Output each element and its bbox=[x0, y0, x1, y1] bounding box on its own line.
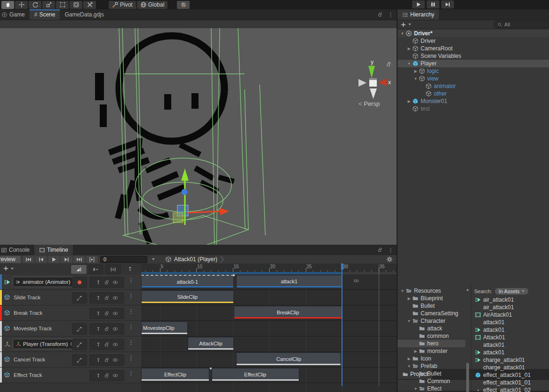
pivot-toggle[interactable]: Pivot bbox=[109, 1, 136, 9]
preview-toggle[interactable]: Preview bbox=[0, 256, 21, 263]
pin-toggle[interactable] bbox=[95, 311, 101, 316]
foldout-arrow[interactable]: ▼ bbox=[413, 77, 419, 81]
timeline-clip[interactable]: CancelClip bbox=[236, 352, 341, 366]
tab-gamedata[interactable]: GameData.gdjs bbox=[60, 9, 108, 20]
timeline-play-button[interactable] bbox=[48, 256, 60, 263]
kebab-menu-icon[interactable]: ⋮ bbox=[388, 11, 394, 18]
lock-toggle[interactable] bbox=[104, 311, 110, 316]
tab-scene[interactable]: # Scene bbox=[30, 9, 60, 20]
projection-label[interactable]: < Persp bbox=[358, 100, 380, 107]
pin-toggle[interactable] bbox=[95, 342, 101, 347]
search-scope-dropdown[interactable]: In Assets bbox=[495, 288, 528, 295]
timeline-track-header[interactable]: Movestep Track⋮ bbox=[0, 321, 141, 336]
foldout-arrow[interactable]: ▶ bbox=[413, 349, 419, 353]
hierarchy-item[interactable]: other bbox=[398, 90, 549, 97]
step-button[interactable] bbox=[441, 0, 454, 8]
track-menu-button[interactable]: ⋮ bbox=[128, 292, 134, 299]
search-result-item[interactable]: AirAttack01 bbox=[474, 311, 549, 319]
search-result-item[interactable]: charge_attack01 bbox=[474, 356, 549, 364]
project-tree-item[interactable]: hero bbox=[398, 340, 465, 347]
lock-toggle[interactable] bbox=[104, 342, 110, 347]
project-tree-item[interactable]: Common bbox=[398, 377, 465, 385]
track-name-box[interactable]: Player (Transform) bbox=[13, 339, 78, 349]
foldout-arrow[interactable]: ▼ bbox=[399, 32, 406, 36]
search-result-item[interactable]: effect_attack01_01 bbox=[474, 379, 549, 386]
move-tool[interactable] bbox=[15, 1, 28, 9]
lock-icon[interactable] bbox=[377, 12, 383, 17]
search-result-item[interactable]: effect_attack01_01 bbox=[474, 371, 549, 379]
lock-toggle[interactable] bbox=[104, 357, 110, 363]
lock-toggle[interactable] bbox=[104, 326, 110, 332]
hierarchy-item[interactable]: Scene Variables bbox=[398, 52, 549, 60]
mute-toggle[interactable] bbox=[112, 342, 118, 347]
track-menu-button[interactable]: ⋮ bbox=[128, 308, 134, 315]
project-tree-item[interactable]: ▶Icon bbox=[398, 355, 465, 362]
transform-tool[interactable] bbox=[70, 1, 82, 9]
foldout-arrow[interactable]: ▶ bbox=[406, 357, 412, 361]
mute-toggle[interactable] bbox=[112, 373, 118, 378]
pin-toggle[interactable] bbox=[95, 295, 101, 301]
foldout-arrow[interactable]: ▼ bbox=[406, 364, 412, 368]
timeline-clip[interactable]: EffectClip bbox=[212, 368, 299, 381]
pin-toggle[interactable] bbox=[95, 357, 101, 363]
curves-button[interactable] bbox=[72, 292, 87, 304]
mute-toggle[interactable] bbox=[112, 357, 118, 363]
foldout-arrow[interactable]: ▶ bbox=[413, 69, 419, 73]
track-menu-button[interactable]: ⋮ bbox=[128, 354, 134, 361]
search-result-item[interactable]: air_attack01 bbox=[474, 304, 549, 311]
timeline-settings-button[interactable] bbox=[386, 256, 393, 263]
foldout-arrow[interactable]: ▼ bbox=[406, 319, 412, 323]
mute-toggle[interactable] bbox=[112, 311, 118, 316]
rotate-tool[interactable] bbox=[29, 1, 41, 9]
timeline-track-lane[interactable]: EffectClipEffectClip▼ bbox=[141, 368, 397, 383]
chevron-down-icon[interactable] bbox=[152, 258, 155, 260]
timeline-ruler[interactable]: 5101520253035 bbox=[141, 264, 397, 275]
playhead-marker[interactable] bbox=[341, 264, 343, 270]
hierarchy-item[interactable]: animator bbox=[398, 82, 549, 90]
track-menu-button[interactable]: ⋮ bbox=[128, 370, 134, 377]
timeline-clip[interactable]: SlideClip bbox=[141, 290, 234, 304]
hierarchy-search-input[interactable]: All bbox=[493, 21, 549, 28]
mute-toggle[interactable] bbox=[112, 295, 118, 301]
pin-toggle[interactable] bbox=[95, 373, 101, 378]
hand-tool[interactable] bbox=[1, 1, 14, 9]
project-tree-item[interactable]: ▼Character bbox=[398, 317, 465, 325]
kebab-menu-icon[interactable]: ⋮ bbox=[388, 247, 394, 254]
project-tree-item[interactable]: attack bbox=[398, 325, 465, 332]
scene-view[interactable]: y x < Persp bbox=[0, 28, 397, 245]
project-tree-scrollbar[interactable]: ▲ bbox=[465, 288, 470, 392]
project-tree-item[interactable]: ▼Resources bbox=[398, 287, 465, 295]
tab-timeline[interactable]: Timeline bbox=[34, 245, 73, 255]
lock-toggle[interactable] bbox=[104, 373, 110, 378]
curves-button[interactable] bbox=[72, 339, 87, 350]
search-result-item[interactable]: Attack01 bbox=[474, 334, 549, 341]
project-tree-item[interactable]: common bbox=[398, 332, 465, 340]
timeline-breadcrumb[interactable]: Attack01 (Player) bbox=[165, 256, 224, 263]
foldout-arrow[interactable]: ▼ bbox=[413, 387, 419, 391]
marker-pin-button[interactable] bbox=[124, 264, 136, 273]
scroll-up-arrow[interactable]: ▲ bbox=[465, 288, 470, 292]
search-result-item[interactable]: charge_attack01 bbox=[474, 364, 549, 371]
hierarchy-add-button[interactable] bbox=[400, 22, 411, 28]
pin-toggle[interactable] bbox=[95, 280, 101, 285]
next-frame-button[interactable] bbox=[61, 256, 72, 263]
tab-hierarchy[interactable]: Hierarchy bbox=[398, 9, 439, 20]
project-tree-item[interactable]: CameraSetting bbox=[398, 310, 465, 317]
playhead-line[interactable] bbox=[342, 264, 342, 386]
timeline-clip[interactable]: attack1 bbox=[236, 275, 342, 288]
track-menu-button[interactable]: ⋮ bbox=[128, 277, 134, 284]
timeline-track-lane[interactable]: CancelClip bbox=[141, 352, 397, 368]
scrollbar-thumb[interactable] bbox=[466, 363, 469, 392]
grid-snap-toggle[interactable] bbox=[177, 1, 190, 9]
track-name-box[interactable]: animator (Animator) bbox=[13, 277, 81, 287]
foldout-arrow[interactable]: ▶ bbox=[406, 99, 412, 104]
timeline-track-lane[interactable]: BreakClip bbox=[141, 305, 397, 321]
timeline-track-lane[interactable]: SlideClip bbox=[141, 290, 397, 305]
hierarchy-item[interactable]: ▶CameraRoot bbox=[398, 45, 549, 52]
project-tree-item[interactable]: Bullet bbox=[398, 370, 465, 377]
add-track-button[interactable] bbox=[3, 265, 14, 272]
hierarchy-item[interactable]: ▼view bbox=[398, 75, 549, 82]
search-result-item[interactable]: air_attack01 bbox=[474, 296, 549, 304]
timeline-track-lane[interactable]: attack0-1attack1∞▼ bbox=[141, 274, 397, 290]
timeline-clip[interactable]: MovestepClip bbox=[141, 321, 188, 335]
